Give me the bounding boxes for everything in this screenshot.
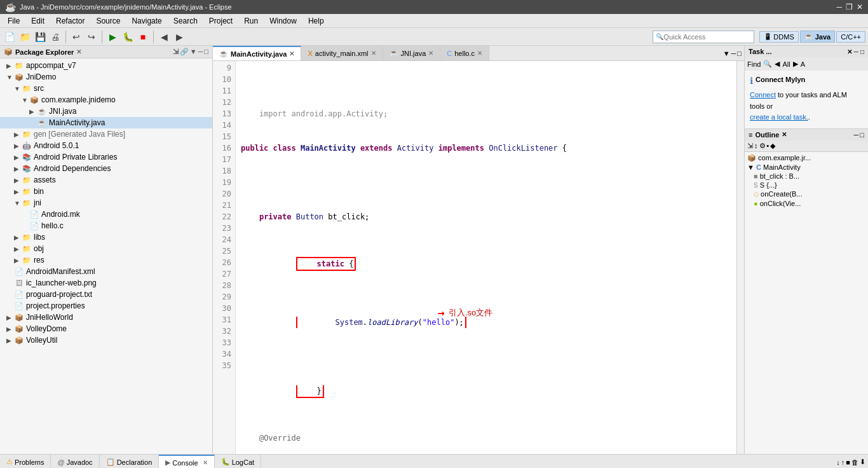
tab-jni-java[interactable]: ☕ JNI.java ✕ <box>383 46 441 60</box>
tabs-menu-button[interactable]: ▼ <box>723 50 730 57</box>
tab-close-activity[interactable]: ✕ <box>371 50 376 57</box>
task-nav-right[interactable]: ▶ <box>793 60 798 68</box>
back-button[interactable]: ◀ <box>157 30 171 44</box>
tree-volleydome[interactable]: ▶ 📦 VolleyDome <box>0 323 212 334</box>
menu-refactor[interactable]: Refactor <box>51 15 90 27</box>
outline-close[interactable]: ✕ <box>782 131 787 138</box>
editor-maximize-button[interactable]: □ <box>737 50 742 57</box>
menu-navigate[interactable]: Navigate <box>126 15 166 27</box>
tree-package[interactable]: ▼ 📦 com.example.jnidemo <box>0 94 212 106</box>
menu-window[interactable]: Window <box>264 15 302 27</box>
tree-src[interactable]: ▼ 📁 src <box>0 83 212 94</box>
outline-class-mainactivity[interactable]: ▼ C MainActivity <box>745 163 868 172</box>
tab-close-hello[interactable]: ✕ <box>477 50 482 57</box>
tab-mainactivity[interactable]: ☕ MainActivity.java ✕ <box>213 46 301 60</box>
menu-project[interactable]: Project <box>204 15 238 27</box>
console-scroll-btn[interactable]: ⬇ <box>860 458 865 466</box>
ddms-perspective[interactable]: 📱 DDMS <box>759 31 798 43</box>
tab-javadoc[interactable]: @ Javadoc <box>51 455 99 468</box>
link-with-editor-button[interactable]: 🔗 <box>180 48 189 56</box>
print-button[interactable]: 🖨 <box>48 30 62 44</box>
new-button[interactable]: 📄 <box>3 30 17 44</box>
outline-method-oncreate[interactable]: ◇ onCreate(B... <box>745 189 868 199</box>
tree-jni-java[interactable]: ▶ ☕ JNI.java <box>0 106 212 117</box>
tree-gen[interactable]: ▶ 📁 gen [Generated Java Files] <box>0 128 212 140</box>
tab-console[interactable]: ▶ Console ✕ <box>159 455 214 468</box>
tab-hello-c[interactable]: C hello.c ✕ <box>440 46 489 60</box>
cpp-perspective[interactable]: C/C++ <box>836 31 865 43</box>
close-button[interactable]: ✕ <box>857 3 863 11</box>
editor-minimize-button[interactable]: ─ <box>731 50 736 57</box>
open-button[interactable]: 📁 <box>18 30 32 44</box>
tree-android-mk[interactable]: 📄 Android.mk <box>0 209 212 220</box>
tab-close-console[interactable]: ✕ <box>203 459 208 466</box>
tree-hello-c[interactable]: 📄 hello.c <box>0 220 212 231</box>
tree-libs[interactable]: ▶ 📁 libs <box>0 231 212 243</box>
outline-sort-btn[interactable]: ↕ <box>754 142 758 150</box>
collapse-all-button[interactable]: ⇲ <box>173 48 179 56</box>
debug-button[interactable]: 🐛 <box>121 30 135 44</box>
tree-jnidemo[interactable]: ▼ 📦 JniDemo <box>0 71 212 83</box>
task-close-icon[interactable]: ✕ <box>847 48 852 55</box>
tree-project-props[interactable]: 📄 project.properties <box>0 300 212 312</box>
outline-field-btclick[interactable]: ■ bt_click : B... <box>745 172 868 181</box>
tree-android-deps[interactable]: ▶ 📚 Android Dependencies <box>0 163 212 174</box>
tree-bin[interactable]: ▶ 📁 bin <box>0 186 212 197</box>
tab-close-mainactivity[interactable]: ✕ <box>289 50 294 57</box>
outline-method-onclick[interactable]: ● onClick(Vie... <box>745 199 868 208</box>
tree-android-private[interactable]: ▶ 📚 Android Private Libraries <box>0 151 212 163</box>
minimize-panel-button[interactable]: ─ <box>198 48 203 56</box>
tree-res[interactable]: ▶ 📁 res <box>0 254 212 266</box>
outline-method-btn[interactable]: ◆ <box>770 142 775 150</box>
connect-link[interactable]: Connect <box>750 91 776 99</box>
tree-volleyutil[interactable]: ▶ 📦 VolleyUtil <box>0 334 212 346</box>
stop-button[interactable]: ■ <box>136 30 150 44</box>
console-down-btn[interactable]: ↓ <box>836 458 840 466</box>
task-nav-left[interactable]: ◀ <box>775 60 780 68</box>
menu-run[interactable]: Run <box>239 15 263 27</box>
menu-file[interactable]: File <box>3 15 25 27</box>
outline-btn-2[interactable]: □ <box>860 131 864 139</box>
create-local-task-link[interactable]: create a local task. <box>750 113 808 121</box>
code-editor[interactable]: import android.app.Activity; public clas… <box>236 61 744 454</box>
undo-button[interactable]: ↩ <box>69 30 83 44</box>
tree-jnihelloworld[interactable]: ▶ 📦 JniHelloWorld <box>0 312 212 323</box>
outline-filter-btn[interactable]: ⚙ <box>759 142 766 150</box>
tree-jni-folder[interactable]: ▼ 📁 jni <box>0 197 212 209</box>
tree-assets[interactable]: ▶ 📁 assets <box>0 174 212 186</box>
outline-field-btn[interactable]: ▪ <box>767 142 770 150</box>
console-clear-btn[interactable]: 🗑 <box>851 458 858 466</box>
tree-proguard[interactable]: 📄 proguard-project.txt <box>0 289 212 300</box>
task-minimize-icon[interactable]: ─ <box>854 48 858 55</box>
maximize-button[interactable]: ❐ <box>846 3 853 11</box>
view-menu-button[interactable]: ▼ <box>190 48 197 56</box>
editor-scrollbar[interactable] <box>736 61 744 454</box>
console-up-btn[interactable]: ↑ <box>841 458 845 466</box>
panel-close-icon[interactable]: ✕ <box>76 48 81 55</box>
menu-search[interactable]: Search <box>168 15 203 27</box>
console-terminate-btn[interactable]: ■ <box>846 458 850 466</box>
tab-problems[interactable]: ⚠ Problems <box>0 455 51 468</box>
tree-obj[interactable]: ▶ 📁 obj <box>0 243 212 254</box>
tree-mainactivity[interactable]: ☕ MainActivity.java <box>0 117 212 128</box>
tab-logcat[interactable]: 🐛 LogCat <box>215 455 261 468</box>
tree-ic-launcher[interactable]: 🖼 ic_launcher-web.png <box>0 277 212 289</box>
save-button[interactable]: 💾 <box>33 30 47 44</box>
redo-button[interactable]: ↪ <box>85 30 98 44</box>
forward-button[interactable]: ▶ <box>172 30 186 44</box>
outline-btn-1[interactable]: ─ <box>854 131 859 139</box>
outline-package[interactable]: 📦 com.example.jr... <box>745 153 868 163</box>
tab-declaration[interactable]: 📋 Declaration <box>100 455 159 468</box>
tab-close-jni[interactable]: ✕ <box>428 50 433 57</box>
task-maximize-icon[interactable]: □ <box>860 48 864 55</box>
tab-activity-main[interactable]: X activity_main.xml ✕ <box>301 46 383 60</box>
outline-static-block[interactable]: S S {...} <box>745 181 868 189</box>
menu-source[interactable]: Source <box>91 15 125 27</box>
menu-edit[interactable]: Edit <box>26 15 50 27</box>
menu-help[interactable]: Help <box>303 15 329 27</box>
outline-collapse-btn[interactable]: ⇲ <box>747 142 753 150</box>
run-button[interactable]: ▶ <box>105 30 119 44</box>
maximize-panel-button[interactable]: □ <box>204 48 208 56</box>
java-perspective[interactable]: ☕ Java <box>800 31 835 43</box>
quick-access-input[interactable] <box>663 33 740 41</box>
